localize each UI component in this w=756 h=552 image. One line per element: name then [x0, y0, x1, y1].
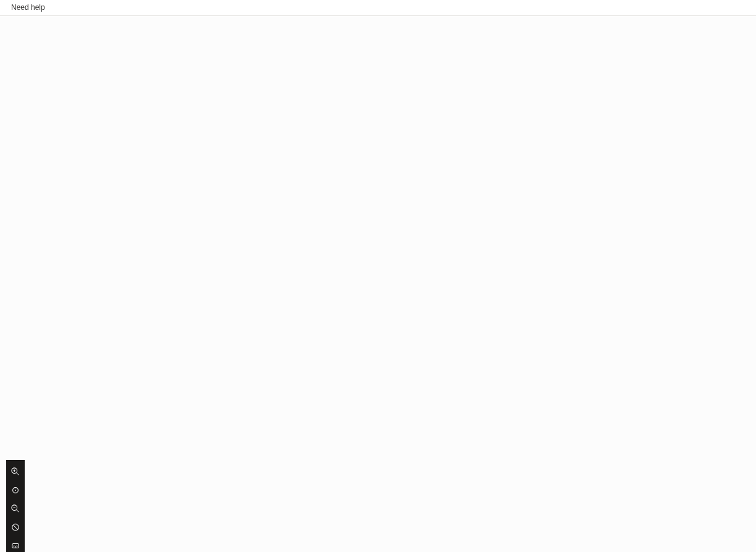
header-bar: Need help [0, 0, 756, 16]
page-title: Need help [11, 3, 45, 12]
